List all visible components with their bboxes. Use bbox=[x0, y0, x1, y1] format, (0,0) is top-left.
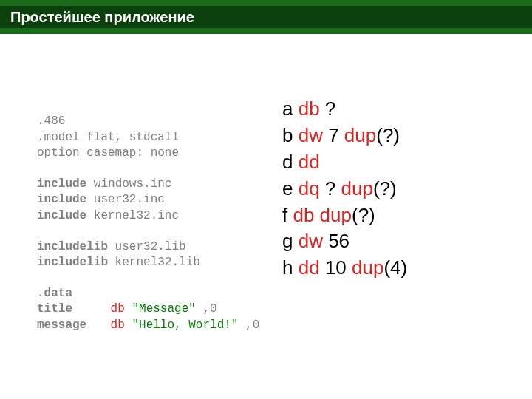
code-line: .model flat, stdcall bbox=[37, 130, 259, 146]
code-line: g dw 56 bbox=[282, 228, 407, 255]
code-line: e dq ? dup(?) bbox=[282, 176, 407, 202]
keyword: includelib bbox=[37, 240, 108, 253]
code-line: f db dup(?) bbox=[282, 202, 407, 229]
keyword: include bbox=[37, 177, 86, 191]
type-keyword: db bbox=[111, 302, 125, 316]
include-block: include windows.inc include user32.inc i… bbox=[37, 177, 259, 225]
include-file: windows.inc bbox=[86, 177, 171, 191]
t: (4) bbox=[383, 256, 407, 279]
code-line: b dw 7 dup(?) bbox=[282, 123, 407, 149]
type-keyword: db bbox=[111, 318, 125, 332]
string-literal: "Hello, World!" bbox=[132, 318, 238, 332]
code-line: option casemap: none bbox=[37, 146, 259, 162]
code-line: message db "Hello, World!" ,0 bbox=[37, 318, 259, 334]
code-line: a db ? bbox=[282, 96, 407, 123]
string-literal: "Message" bbox=[132, 302, 195, 316]
includelib-block: includelib user32.lib includelib kernel3… bbox=[37, 239, 259, 271]
t: 56 bbox=[323, 230, 349, 252]
assembly-listing: .486 .model flat, stdcall option casemap… bbox=[37, 114, 259, 334]
code-line: d dd bbox=[282, 149, 407, 176]
directive-block: .486 .model flat, stdcall option casemap… bbox=[37, 114, 259, 162]
t: a bbox=[282, 98, 299, 120]
code-line: includelib kernel32.lib bbox=[37, 255, 259, 271]
t: db bbox=[299, 98, 320, 120]
t: dup bbox=[352, 256, 383, 279]
keyword: include bbox=[37, 193, 86, 206]
code-line: h dd 10 dup(4) bbox=[282, 255, 407, 282]
var-name: message bbox=[37, 318, 103, 334]
keyword: include bbox=[37, 209, 86, 222]
t: dd bbox=[299, 151, 320, 173]
tail: ,0 bbox=[202, 302, 216, 316]
t: h bbox=[282, 256, 299, 279]
slide-title: Простейшее приложение bbox=[10, 9, 194, 26]
include-file: user32.inc bbox=[86, 193, 165, 206]
t: dup bbox=[344, 124, 376, 146]
t: (?) bbox=[376, 124, 400, 146]
t: b bbox=[282, 124, 299, 146]
t: dw bbox=[299, 124, 323, 146]
t: 7 bbox=[323, 124, 344, 146]
t: db dup bbox=[293, 204, 352, 226]
t: f bbox=[282, 204, 293, 226]
var-name: title bbox=[37, 301, 103, 318]
keyword: includelib bbox=[37, 256, 108, 269]
content-area: .486 .model flat, stdcall option casemap… bbox=[0, 34, 532, 399]
t: dup bbox=[341, 177, 373, 200]
code-line: include user32.inc bbox=[37, 192, 259, 208]
titlebar: Простейшее приложение bbox=[0, 0, 532, 34]
section-label: .data bbox=[37, 286, 259, 302]
t: 10 bbox=[320, 256, 352, 279]
t: (?) bbox=[352, 204, 375, 226]
tail: ,0 bbox=[245, 318, 259, 332]
code-line: include windows.inc bbox=[37, 177, 259, 193]
code-line: .486 bbox=[37, 114, 259, 130]
lib-file: user32.lib bbox=[108, 240, 186, 253]
code-line: include kernel32.inc bbox=[37, 208, 259, 225]
include-file: kernel32.inc bbox=[86, 209, 179, 222]
code-line: includelib user32.lib bbox=[37, 239, 259, 256]
lib-file: kernel32.lib bbox=[108, 256, 200, 269]
t: dq bbox=[299, 177, 320, 200]
t: ? bbox=[320, 177, 341, 200]
t: dd bbox=[299, 256, 320, 279]
t: e bbox=[282, 177, 299, 200]
t: dw bbox=[299, 230, 323, 252]
t: ? bbox=[320, 98, 336, 120]
t: g bbox=[282, 230, 299, 252]
t: d bbox=[282, 151, 299, 173]
t: (?) bbox=[373, 177, 397, 200]
code-line: title db "Message" ,0 bbox=[37, 301, 259, 318]
declaration-examples: a db ? b dw 7 dup(?) d dd e dq ? dup(?) … bbox=[282, 96, 407, 282]
data-block: .data title db "Message" ,0 message db "… bbox=[37, 286, 259, 334]
